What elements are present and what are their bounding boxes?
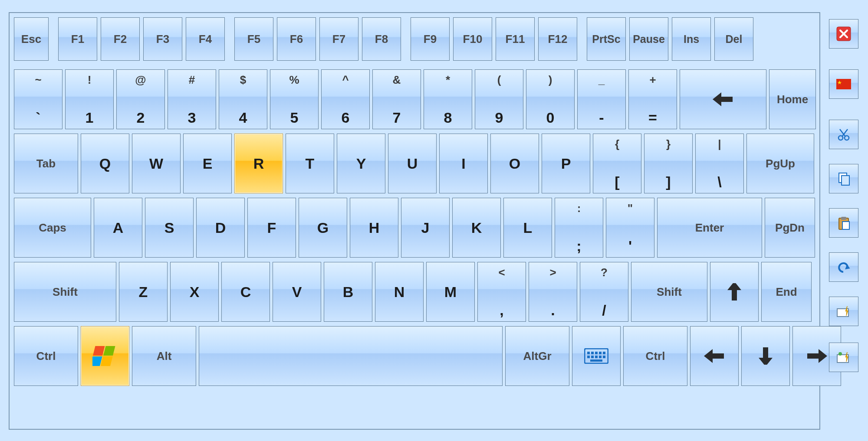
key--[interactable]: _- <box>577 69 626 129</box>
key-7[interactable]: &7 <box>372 69 421 129</box>
key-backspace[interactable] <box>680 69 766 129</box>
key-f4[interactable]: F4 <box>186 17 225 61</box>
key-arrow-down[interactable] <box>741 326 790 386</box>
key-5[interactable]: %5 <box>270 69 319 129</box>
svg-marker-1 <box>727 283 741 301</box>
side-copy-button[interactable] <box>829 164 858 193</box>
svg-rect-14 <box>595 356 598 358</box>
key-l[interactable]: L <box>503 198 552 258</box>
key-f10[interactable]: F10 <box>453 17 492 61</box>
key-alt-left[interactable]: Alt <box>132 326 196 386</box>
key-windows[interactable] <box>81 326 129 386</box>
key-d[interactable]: D <box>196 198 245 258</box>
key-a[interactable]: A <box>94 198 142 258</box>
key-6[interactable]: ^6 <box>321 69 370 129</box>
key-f11[interactable]: F11 <box>496 17 535 61</box>
key-][interactable]: }] <box>644 134 693 193</box>
key-f6[interactable]: F6 <box>277 17 316 61</box>
key-enter[interactable]: Enter <box>657 198 762 258</box>
side-close-button[interactable] <box>829 19 858 49</box>
key-sym-0[interactable]: :; <box>555 198 603 258</box>
key-pause[interactable]: Pause <box>629 17 668 61</box>
side-undo-button[interactable] <box>829 252 858 282</box>
key-g[interactable]: G <box>299 198 347 258</box>
side-cut-button[interactable] <box>829 120 858 149</box>
key-m[interactable]: M <box>426 262 475 322</box>
key-k[interactable]: K <box>452 198 501 258</box>
key-f8[interactable]: F8 <box>362 17 401 61</box>
key-h[interactable]: H <box>350 198 398 258</box>
key-altgr[interactable]: AltGr <box>505 326 569 386</box>
svg-rect-7 <box>587 352 590 354</box>
key-sym-1[interactable]: "' <box>606 198 654 258</box>
key-y[interactable]: Y <box>337 134 385 193</box>
key-n[interactable]: N <box>375 262 424 322</box>
key-f5[interactable]: F5 <box>234 17 273 61</box>
key-arrow-left[interactable] <box>690 326 739 386</box>
key-p[interactable]: P <box>542 134 590 193</box>
side-flash1-button[interactable] <box>829 297 858 326</box>
key-f9[interactable]: F9 <box>411 17 450 61</box>
key-\[interactable]: |\ <box>695 134 744 193</box>
key-[[interactable]: {[ <box>593 134 641 193</box>
key-f[interactable]: F <box>247 198 296 258</box>
key-8[interactable]: *8 <box>424 69 472 129</box>
key-caps[interactable]: Caps <box>14 198 91 258</box>
key-q[interactable]: Q <box>81 134 129 193</box>
key-f7[interactable]: F7 <box>319 17 358 61</box>
key-f3[interactable]: F3 <box>143 17 182 61</box>
side-flash2-button[interactable] <box>829 343 858 372</box>
key-pgdn[interactable]: PgDn <box>765 198 815 258</box>
key-del[interactable]: Del <box>714 17 753 61</box>
key-z[interactable]: Z <box>119 262 168 322</box>
key-r[interactable]: R <box>234 134 283 193</box>
key-tab[interactable]: Tab <box>14 134 78 193</box>
key-=[interactable]: += <box>628 69 677 129</box>
key-o[interactable]: O <box>490 134 539 193</box>
key-ctrl-right[interactable]: Ctrl <box>623 326 687 386</box>
key-1[interactable]: !1 <box>65 69 114 129</box>
key-pgup[interactable]: PgUp <box>746 134 814 193</box>
key-c[interactable]: C <box>221 262 270 322</box>
side-flag-button[interactable] <box>829 69 858 99</box>
key-f12[interactable]: F12 <box>538 17 577 61</box>
key-esc[interactable]: Esc <box>14 17 49 61</box>
key-4[interactable]: $4 <box>219 69 267 129</box>
key-shift-right[interactable]: Shift <box>631 262 707 322</box>
key-f1[interactable]: F1 <box>58 17 97 61</box>
svg-marker-0 <box>713 92 733 106</box>
key-`[interactable]: ~` <box>14 69 62 129</box>
key-ctrl-left[interactable]: Ctrl <box>14 326 78 386</box>
svg-rect-29 <box>841 217 846 220</box>
key-0[interactable]: )0 <box>526 69 575 129</box>
key-9[interactable]: (9 <box>475 69 523 129</box>
key-e[interactable]: E <box>183 134 232 193</box>
key-osk-icon[interactable] <box>572 326 621 386</box>
svg-marker-18 <box>704 349 724 363</box>
svg-rect-4 <box>92 356 102 366</box>
key-sym-/[interactable]: ?/ <box>580 262 628 322</box>
key-shift-left[interactable]: Shift <box>14 262 116 322</box>
key-home[interactable]: Home <box>769 69 816 129</box>
key-u[interactable]: U <box>388 134 437 193</box>
key-end[interactable]: End <box>761 262 812 322</box>
key-s[interactable]: S <box>145 198 194 258</box>
key-ins[interactable]: Ins <box>672 17 711 61</box>
key-prtsc[interactable]: PrtSc <box>587 17 626 61</box>
key-i[interactable]: I <box>439 134 488 193</box>
key-arrow-up[interactable] <box>710 262 759 322</box>
key-v[interactable]: V <box>273 262 321 322</box>
key-f2[interactable]: F2 <box>101 17 140 61</box>
key-w[interactable]: W <box>132 134 181 193</box>
key-3[interactable]: #3 <box>168 69 216 129</box>
svg-rect-8 <box>591 352 594 354</box>
key-x[interactable]: X <box>170 262 219 322</box>
key-b[interactable]: B <box>324 262 372 322</box>
key-t[interactable]: T <box>286 134 334 193</box>
key-j[interactable]: J <box>401 198 450 258</box>
key-sym-,[interactable]: <, <box>477 262 526 322</box>
side-paste-button[interactable] <box>829 208 858 238</box>
key-2[interactable]: @2 <box>116 69 165 129</box>
key-sym-.[interactable]: >. <box>529 262 577 322</box>
key-space[interactable] <box>199 326 503 386</box>
